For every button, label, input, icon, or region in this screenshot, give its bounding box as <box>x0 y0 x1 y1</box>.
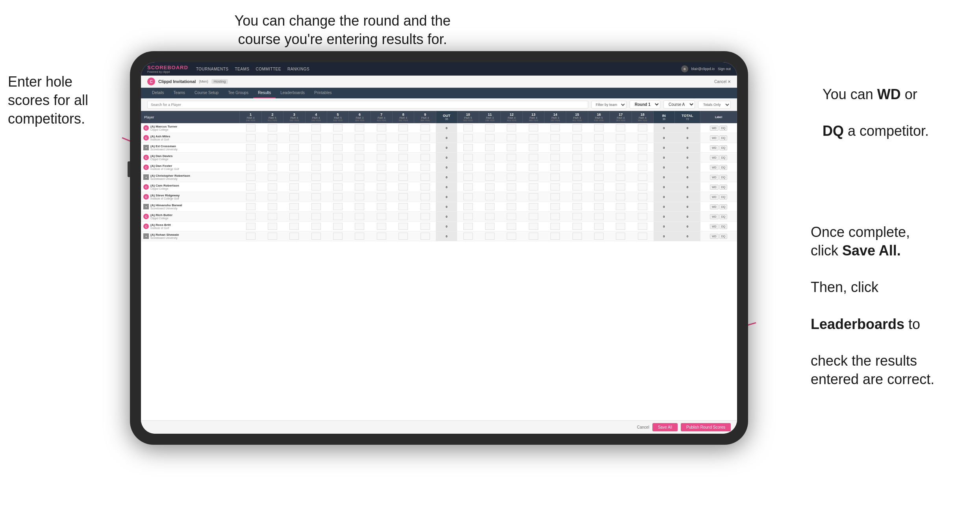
score-input-h15-p10[interactable] <box>572 223 582 230</box>
dq-btn-0[interactable]: DQ <box>719 126 728 131</box>
score-input-h5-p8[interactable] <box>333 203 343 210</box>
score-input-h17-p10[interactable] <box>616 223 625 230</box>
score-input-h15-p2[interactable] <box>572 144 582 151</box>
score-input-h2-p10[interactable] <box>268 223 277 230</box>
totals-only-select[interactable]: Totals Only <box>698 101 731 109</box>
score-input-h18-p6[interactable] <box>638 183 647 190</box>
score-input-h8-p9[interactable] <box>398 213 408 220</box>
score-input-h9-p8[interactable] <box>421 203 430 210</box>
score-input-h16-p3[interactable] <box>594 154 604 161</box>
score-input-h10-p0[interactable] <box>463 124 473 131</box>
score-input-h4-p11[interactable] <box>311 233 321 240</box>
score-input-h4-p9[interactable] <box>311 213 321 220</box>
score-input-h10-p7[interactable] <box>463 193 473 200</box>
score-input-h1-p3[interactable] <box>246 154 256 161</box>
course-select[interactable]: Course A <box>663 100 695 109</box>
score-input-h11-p2[interactable] <box>485 144 495 151</box>
score-input-h18-p1[interactable] <box>638 134 647 141</box>
score-input-h2-p3[interactable] <box>268 154 277 161</box>
score-input-h7-p7[interactable] <box>377 193 386 200</box>
score-input-h6-p9[interactable] <box>355 213 364 220</box>
tab-printables[interactable]: Printables <box>309 88 336 98</box>
score-input-h8-p0[interactable] <box>398 124 408 131</box>
score-input-h18-p7[interactable] <box>638 193 647 200</box>
wd-btn-2[interactable]: WD <box>710 145 719 150</box>
score-input-h5-p11[interactable] <box>333 233 343 240</box>
score-input-h15-p4[interactable] <box>572 164 582 171</box>
wd-btn-8[interactable]: WD <box>710 204 719 209</box>
score-input-h4-p3[interactable] <box>311 154 321 161</box>
score-input-h9-p11[interactable] <box>421 233 430 240</box>
score-input-h8-p4[interactable] <box>398 164 408 171</box>
score-input-h11-p3[interactable] <box>485 154 495 161</box>
score-input-h4-p0[interactable] <box>311 124 321 131</box>
score-input-h11-p1[interactable] <box>485 134 495 141</box>
dq-btn-7[interactable]: DQ <box>719 194 728 200</box>
score-input-h12-p2[interactable] <box>507 144 516 151</box>
score-input-h18-p3[interactable] <box>638 154 647 161</box>
score-input-h16-p7[interactable] <box>594 193 604 200</box>
score-input-h14-p0[interactable] <box>550 124 560 131</box>
score-input-h17-p6[interactable] <box>616 183 625 190</box>
score-input-h8-p5[interactable] <box>398 174 408 181</box>
score-input-h1-p8[interactable] <box>246 203 256 210</box>
score-input-h2-p6[interactable] <box>268 183 277 190</box>
wd-btn-9[interactable]: WD <box>710 214 719 219</box>
score-input-h16-p6[interactable] <box>594 183 604 190</box>
score-input-h15-p3[interactable] <box>572 154 582 161</box>
score-input-h4-p4[interactable] <box>311 164 321 171</box>
score-input-h2-p11[interactable] <box>268 233 277 240</box>
score-input-h16-p2[interactable] <box>594 144 604 151</box>
score-input-h16-p0[interactable] <box>594 124 604 131</box>
score-input-h3-p1[interactable] <box>289 134 299 141</box>
score-input-h6-p8[interactable] <box>355 203 364 210</box>
score-input-h4-p8[interactable] <box>311 203 321 210</box>
score-input-h1-p1[interactable] <box>246 134 256 141</box>
score-input-h17-p9[interactable] <box>616 213 625 220</box>
cancel-tournament-btn[interactable]: Cancel ✕ <box>714 80 731 84</box>
score-input-h8-p1[interactable] <box>398 134 408 141</box>
score-input-h11-p9[interactable] <box>485 213 495 220</box>
score-input-h5-p10[interactable] <box>333 223 343 230</box>
score-input-h14-p11[interactable] <box>550 233 560 240</box>
filter-by-team-select[interactable]: Filter by team <box>591 101 626 109</box>
score-input-h14-p10[interactable] <box>550 223 560 230</box>
score-input-h6-p6[interactable] <box>355 183 364 190</box>
tab-teams[interactable]: Teams <box>169 88 190 98</box>
score-input-h17-p1[interactable] <box>616 134 625 141</box>
score-input-h4-p10[interactable] <box>311 223 321 230</box>
dq-btn-6[interactable]: DQ <box>719 185 728 190</box>
search-input[interactable] <box>147 101 588 109</box>
score-input-h6-p1[interactable] <box>355 134 364 141</box>
score-input-h14-p6[interactable] <box>550 183 560 190</box>
score-input-h18-p8[interactable] <box>638 203 647 210</box>
score-input-h13-p1[interactable] <box>529 134 538 141</box>
score-input-h17-p3[interactable] <box>616 154 625 161</box>
score-input-h13-p11[interactable] <box>529 233 538 240</box>
score-input-h9-p7[interactable] <box>421 193 430 200</box>
score-input-h7-p9[interactable] <box>377 213 386 220</box>
score-input-h9-p3[interactable] <box>421 154 430 161</box>
score-input-h13-p0[interactable] <box>529 124 538 131</box>
tab-results[interactable]: Results <box>253 88 276 98</box>
score-input-h12-p3[interactable] <box>507 154 516 161</box>
score-input-h5-p9[interactable] <box>333 213 343 220</box>
score-input-h17-p0[interactable] <box>616 124 625 131</box>
cancel-btn[interactable]: Cancel <box>637 425 649 429</box>
score-input-h8-p2[interactable] <box>398 144 408 151</box>
score-input-h4-p2[interactable] <box>311 144 321 151</box>
score-input-h14-p7[interactable] <box>550 193 560 200</box>
score-input-h3-p2[interactable] <box>289 144 299 151</box>
score-input-h9-p0[interactable] <box>421 124 430 131</box>
score-input-h12-p1[interactable] <box>507 134 516 141</box>
tab-course-setup[interactable]: Course Setup <box>190 88 223 98</box>
score-input-h16-p11[interactable] <box>594 233 604 240</box>
score-input-h3-p3[interactable] <box>289 154 299 161</box>
score-input-h16-p8[interactable] <box>594 203 604 210</box>
score-input-h6-p10[interactable] <box>355 223 364 230</box>
score-input-h15-p1[interactable] <box>572 134 582 141</box>
score-input-h11-p4[interactable] <box>485 164 495 171</box>
score-input-h3-p0[interactable] <box>289 124 299 131</box>
score-input-h7-p1[interactable] <box>377 134 386 141</box>
dq-btn-1[interactable]: DQ <box>719 135 728 141</box>
